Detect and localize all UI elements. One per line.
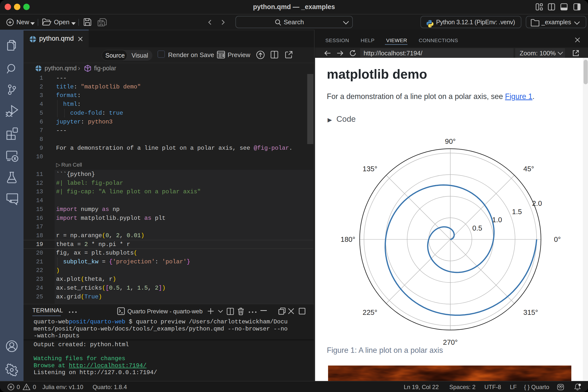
- svg-text:45°: 45°: [523, 165, 534, 173]
- svg-text:135°: 135°: [362, 165, 377, 173]
- svg-text:225°: 225°: [362, 308, 377, 316]
- svg-text:90°: 90°: [445, 138, 456, 145]
- svg-text:180°: 180°: [340, 236, 355, 243]
- svg-text:0°: 0°: [554, 236, 561, 243]
- svg-text:1.0: 1.0: [492, 216, 502, 224]
- svg-text:270°: 270°: [443, 338, 458, 346]
- svg-text:315°: 315°: [523, 308, 538, 316]
- svg-text:2.0: 2.0: [532, 200, 542, 207]
- svg-text:1.5: 1.5: [512, 208, 522, 216]
- svg-text:0.5: 0.5: [472, 224, 482, 232]
